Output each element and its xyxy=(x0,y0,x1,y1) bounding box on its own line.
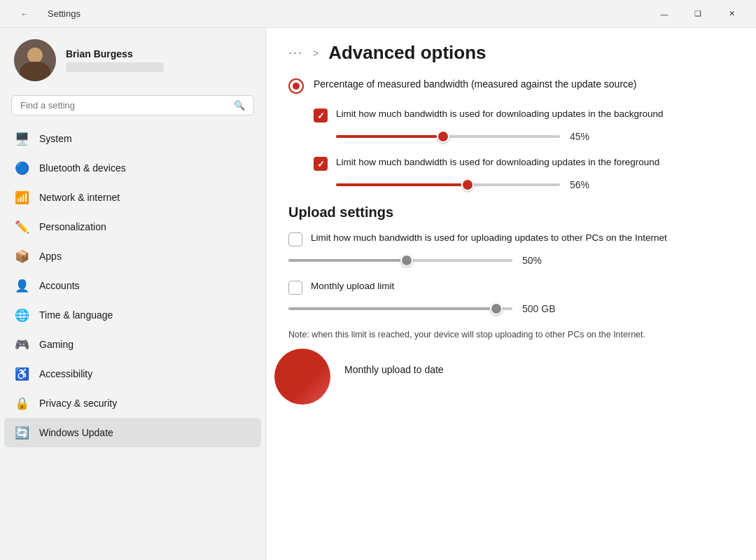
slider-fill-1 xyxy=(336,135,437,138)
sidebar-item-label-accounts: Accounts xyxy=(39,280,80,291)
slider-value-3: 50% xyxy=(522,255,550,266)
radio-option[interactable]: Percentage of measured bandwidth (measur… xyxy=(288,78,734,94)
checkbox-3[interactable] xyxy=(288,232,302,246)
bluetooth-icon: 🔵 xyxy=(14,160,29,176)
accounts-icon: 👤 xyxy=(14,278,29,293)
sidebar-item-gaming[interactable]: 🎮 Gaming xyxy=(4,330,261,359)
upload-section-title: Upload settings xyxy=(288,204,734,220)
back-button[interactable]: ← xyxy=(8,3,41,25)
sidebar-item-label-accessibility: Accessibility xyxy=(39,368,92,379)
slider-thumb-2[interactable] xyxy=(461,178,474,191)
titlebar: ← Settings — ❑ ✕ xyxy=(0,0,756,28)
avatar xyxy=(14,39,56,81)
sidebar-item-label-update: Windows Update xyxy=(39,427,113,438)
sidebar-item-network[interactable]: 📶 Network & internet xyxy=(4,183,261,212)
sidebar-item-label-apps: Apps xyxy=(39,251,62,262)
gaming-icon: 🎮 xyxy=(14,337,29,352)
checkbox-label-1: Limit how much bandwidth is used for dow… xyxy=(336,108,664,121)
user-info: Brian Burgess xyxy=(66,48,164,72)
slider-row-2: 56% xyxy=(336,179,734,190)
checkbox-row-2: Limit how much bandwidth is used for dow… xyxy=(314,156,734,171)
sidebar-item-accounts[interactable]: 👤 Accounts xyxy=(4,271,261,300)
close-button[interactable]: ✕ xyxy=(715,3,748,25)
upload-setting-2: Monthly upload limit 500 GB xyxy=(288,280,734,314)
checkbox-row-4: Monthly upload limit xyxy=(288,280,734,295)
breadcrumb-arrow: > xyxy=(313,48,318,59)
checkbox-label-2: Limit how much bandwidth is used for dow… xyxy=(336,156,659,169)
app-title: Settings xyxy=(48,8,80,19)
update-icon: 🔄 xyxy=(14,425,29,440)
minimize-button[interactable]: — xyxy=(648,3,680,25)
checkbox-label-3: Limit how much bandwidth is used for upl… xyxy=(311,232,667,245)
search-input[interactable] xyxy=(20,100,228,111)
sidebar-item-label-gaming: Gaming xyxy=(39,339,74,350)
sidebar-item-system[interactable]: 🖥️ System xyxy=(4,124,261,153)
search-icon: 🔍 xyxy=(234,100,245,111)
user-section: Brian Burgess xyxy=(0,28,265,90)
search-box[interactable]: 🔍 xyxy=(11,95,254,115)
accessibility-icon: ♿ xyxy=(14,366,29,382)
user-name: Brian Burgess xyxy=(66,48,164,59)
titlebar-left: ← Settings xyxy=(8,3,80,25)
slider-fill-3 xyxy=(288,259,400,262)
upload-note: Note: when this limit is reached, your d… xyxy=(288,328,734,342)
slider-value-2: 56% xyxy=(570,179,598,190)
content-header: ··· > Advanced options xyxy=(266,28,756,71)
privacy-icon: 🔒 xyxy=(14,396,29,411)
slider-track-3[interactable] xyxy=(288,259,512,262)
slider-track-1[interactable] xyxy=(336,135,560,138)
apps-icon: 📦 xyxy=(14,248,29,264)
time-icon: 🌐 xyxy=(14,307,29,323)
window-controls: — ❑ ✕ xyxy=(648,3,748,25)
slider-thumb-4[interactable] xyxy=(490,302,503,315)
checkbox-label-4: Monthly upload limit xyxy=(311,280,394,293)
sidebar-item-label-system: System xyxy=(39,133,72,144)
breadcrumb-dots: ··· xyxy=(288,46,303,60)
sidebar-item-label-time: Time & language xyxy=(39,309,113,321)
sidebar-item-accessibility[interactable]: ♿ Accessibility xyxy=(4,359,261,388)
slider-fill-2 xyxy=(336,183,461,186)
checkbox-4[interactable] xyxy=(288,281,302,295)
sidebar-item-bluetooth[interactable]: 🔵 Bluetooth & devices xyxy=(4,153,261,183)
slider-track-2[interactable] xyxy=(336,183,560,186)
slider-row-3: 50% xyxy=(288,255,734,266)
network-icon: 📶 xyxy=(14,190,29,205)
checkbox-row-3: Limit how much bandwidth is used for upl… xyxy=(288,232,734,246)
nav-list: 🖥️ System 🔵 Bluetooth & devices 📶 Networ… xyxy=(0,124,265,447)
download-setting-2: Limit how much bandwidth is used for dow… xyxy=(314,156,734,190)
checkbox-1[interactable] xyxy=(314,108,328,122)
download-setting-1: Limit how much bandwidth is used for dow… xyxy=(314,108,734,142)
sidebar: Brian Burgess 🔍 🖥️ System 🔵 Bluetooth & … xyxy=(0,28,266,560)
maximize-button[interactable]: ❑ xyxy=(682,3,714,25)
slider-track-4[interactable] xyxy=(288,307,512,310)
monthly-upload-row: Monthly upload to date xyxy=(288,349,734,391)
content-area: ··· > Advanced options Percentage of mea… xyxy=(266,28,756,560)
page-title: Advanced options xyxy=(328,42,486,64)
sidebar-item-privacy[interactable]: 🔒 Privacy & security xyxy=(4,388,261,418)
sidebar-item-time[interactable]: 🌐 Time & language xyxy=(4,300,261,330)
sidebar-item-label-privacy: Privacy & security xyxy=(39,398,117,409)
sidebar-item-label-personalization: Personalization xyxy=(39,221,106,232)
system-icon: 🖥️ xyxy=(14,131,29,146)
radio-label: Percentage of measured bandwidth (measur… xyxy=(314,78,637,92)
slider-thumb-3[interactable] xyxy=(400,254,413,267)
slider-value-1: 45% xyxy=(570,131,598,142)
monthly-upload-label: Monthly upload to date xyxy=(344,364,444,375)
sidebar-item-label-bluetooth: Bluetooth & devices xyxy=(39,162,126,174)
monthly-arc xyxy=(274,349,330,405)
sidebar-item-apps[interactable]: 📦 Apps xyxy=(4,241,261,271)
sidebar-item-label-network: Network & internet xyxy=(39,192,120,203)
checkbox-row-1: Limit how much bandwidth is used for dow… xyxy=(314,108,734,122)
sidebar-item-update[interactable]: 🔄 Windows Update xyxy=(4,418,261,447)
slider-value-4: 500 GB xyxy=(522,303,555,314)
slider-row-1: 45% xyxy=(336,131,734,142)
upload-setting-1: Limit how much bandwidth is used for upl… xyxy=(288,232,734,266)
checkbox-2[interactable] xyxy=(314,157,328,171)
slider-fill-4 xyxy=(288,307,490,310)
personalization-icon: ✏️ xyxy=(14,219,29,234)
sidebar-item-personalization[interactable]: ✏️ Personalization xyxy=(4,212,261,241)
slider-row-4: 500 GB xyxy=(288,303,734,314)
slider-thumb-1[interactable] xyxy=(437,130,449,143)
content-body: Percentage of measured bandwidth (measur… xyxy=(266,71,756,405)
radio-button[interactable] xyxy=(288,78,304,94)
